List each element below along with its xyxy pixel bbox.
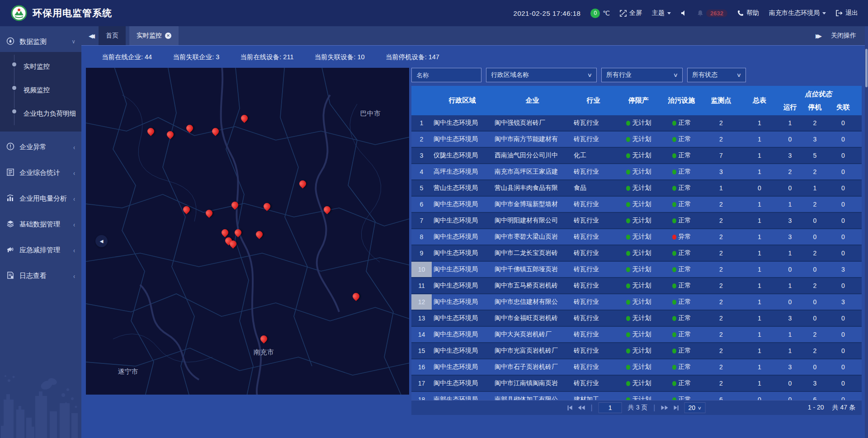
table-row[interactable]: 11阆中生态环境局阆中市五马桥页岩机砖砖瓦行业无计划正常21120 — [411, 278, 862, 294]
table-row[interactable]: 8阆中生态环境局阆中市枣碧大梁山页岩砖瓦行业无计划异常21300 — [411, 229, 862, 245]
col-disconnected: 失联 — [827, 99, 859, 115]
status-filter-select[interactable]: 所有状态 ∨ — [687, 68, 746, 82]
logout-button[interactable]: 退出 — [836, 9, 858, 17]
table-row[interactable]: 15阆中生态环境局阆中市光富页岩机砖厂砖瓦行业无计划正常21120 — [411, 343, 862, 359]
cell-running: 1 — [778, 327, 802, 342]
cell-industry: 建材加工 — [572, 392, 615, 400]
table-row[interactable]: 1阆中生态环境局阆中强锐页岩砖厂砖瓦行业无计划正常21120 — [411, 115, 862, 132]
sidebar-item-2[interactable]: 企业异常‹ — [0, 137, 81, 157]
status-dot-green-icon — [626, 235, 630, 240]
tabs-scroll-right-icon[interactable]: ▶▶ — [816, 33, 819, 39]
page-number-input[interactable] — [599, 402, 622, 413]
close-operations-button[interactable]: 关闭操作 — [831, 32, 856, 40]
sidebar-item-3[interactable]: 企业综合统计‹ — [0, 162, 81, 183]
table-row[interactable]: 18南部生态环境局南部县砌体加工有限公建材加工无计划正常60060 — [411, 392, 862, 400]
cell-facility-text: 正常 — [679, 379, 691, 387]
cell-stop-production: 无计划 — [615, 311, 662, 326]
first-page-button[interactable] — [568, 405, 572, 410]
cell-company-text: 阆中市二龙长宝页岩砖 — [495, 249, 558, 257]
region-filter-select[interactable]: 行政区域名称 ∨ — [486, 68, 597, 82]
window-scrollbar[interactable] — [865, 26, 868, 438]
cell-pollution-facility: 正常 — [662, 327, 701, 342]
log-view-icon — [6, 271, 14, 281]
cell-halted: 0 — [802, 262, 827, 277]
table-row[interactable]: 13阆中生态环境局阆中市金福旺页岩机砖砖瓦行业无计划正常21300 — [411, 311, 862, 327]
table-row[interactable]: 7阆中生态环境局阆中明阳建材有限公司砖瓦行业无计划正常21300 — [411, 213, 862, 229]
table-row[interactable]: 3仪陇生态环境局西南油气田分公司川中化工无计划正常71350 — [411, 148, 862, 164]
table-row[interactable]: 12阆中生态环境局阆中市忠信建材有限公砖瓦行业无计划正常21003 — [411, 294, 862, 311]
sidebar-item-7[interactable]: 日志查看‹ — [0, 265, 81, 286]
table-row[interactable]: 6阆中生态环境局阆中市金博瑞新型墙材砖瓦行业无计划正常21120 — [411, 197, 862, 213]
table-row[interactable]: 16阆中生态环境局阆中市石子页岩机砖厂砖瓦行业无计划正常21300 — [411, 359, 862, 376]
cell-company-text: 阆中市枣碧大梁山页岩 — [495, 233, 558, 241]
map-panel[interactable]: 巴中市南充市遂宁市 — [86, 68, 409, 395]
sidebar-item-6[interactable]: 应急减排管理‹ — [0, 240, 81, 260]
cell-monitor-points: 2 — [701, 213, 741, 228]
cell-region: 阆中生态环境局 — [432, 376, 493, 391]
help-label: 帮助 — [746, 9, 759, 17]
cell-industry-text: 砖瓦行业 — [574, 330, 599, 339]
notifications[interactable]: 2632 — [697, 9, 727, 17]
cell-halted: 2 — [802, 343, 827, 358]
help-button[interactable]: 帮助 — [737, 9, 759, 17]
table-row[interactable]: 14阆中生态环境局阆中大兴页岩机砖厂砖瓦行业无计划正常21120 — [411, 327, 862, 343]
tab-home[interactable]: 首页 — [99, 26, 126, 45]
cell-stop-text: 无计划 — [632, 151, 651, 160]
cell-disconnected: 0 — [827, 343, 859, 358]
map-collapse-button[interactable]: ◀ — [95, 235, 108, 247]
cell-region: 阆中生态环境局 — [432, 327, 493, 342]
cell-disconnected: 3 — [827, 262, 859, 277]
status-dot-green-icon — [672, 365, 676, 370]
table-row[interactable]: 10阆中生态环境局阆中千佛镇五郎垭页岩砖瓦行业无计划正常21003 — [411, 262, 862, 278]
name-filter-field[interactable] — [411, 68, 481, 82]
cell-company: 南部县砌体加工有限公 — [493, 392, 572, 400]
table-row[interactable]: 5营山生态环境局营山县润丰肉食品有限食品无计划正常10010 — [411, 180, 862, 197]
cell-row-number: 12 — [411, 294, 432, 310]
prev-page-button[interactable] — [578, 405, 585, 410]
sidebar-subitem-3[interactable]: 企业电力负荷明细 — [0, 102, 81, 125]
status-dot-green-icon — [672, 332, 676, 337]
table-row[interactable]: 17阆中生态环境局阆中市江南镇阆南页岩砖瓦行业无计划正常21030 — [411, 376, 862, 392]
power-analysis-icon — [6, 194, 14, 203]
stat-item-3: 当前在线设备: 211 — [240, 53, 293, 61]
cell-stop-text: 无计划 — [632, 184, 651, 192]
org-dropdown[interactable]: 南充市生态环境局 — [769, 9, 826, 17]
status-dot-green-icon — [672, 251, 676, 256]
tab-realtime-monitor[interactable]: 实时监控 ✕ — [129, 26, 179, 45]
table-row[interactable]: 2阆中生态环境局阆中市南方节能建材有砖瓦行业无计划正常21030 — [411, 132, 862, 148]
sidebar-item-1[interactable]: 数据监测˅ — [0, 31, 81, 52]
scrollbar-thumb[interactable] — [865, 49, 868, 87]
cell-halted: 3 — [802, 376, 827, 391]
sidebar-subitem-1[interactable]: 实时监控 — [0, 55, 81, 78]
name-search-input[interactable] — [416, 71, 476, 79]
cell-company-text: 阆中市金福旺页岩机砖 — [495, 314, 558, 322]
theme-dropdown[interactable]: 主题 — [652, 9, 671, 17]
sidebar-subitem-2[interactable]: 视频监控 — [0, 78, 81, 102]
col-total-meter: 总表 — [741, 86, 778, 115]
cell-stop-production: 无计划 — [615, 245, 662, 261]
status-dot-green-icon — [672, 283, 676, 288]
cell-pollution-facility: 正常 — [662, 164, 701, 179]
fullscreen-button[interactable]: 全屏 — [620, 9, 642, 17]
stat-item-4: 当前失联设备: 10 — [315, 53, 365, 61]
sidebar-item-5[interactable]: 基础数据管理‹ — [0, 214, 81, 235]
mute-button[interactable] — [681, 10, 687, 16]
page-size-select[interactable]: 20 ∨ — [684, 402, 705, 413]
cell-running: 1 — [778, 245, 802, 261]
col-industry: 行业 — [572, 86, 615, 115]
sidebar-item-4[interactable]: 企业用电量分析‹ — [0, 188, 81, 209]
last-page-button[interactable] — [674, 405, 678, 410]
sidebar-item-label: 企业综合统计 — [19, 169, 73, 177]
industry-filter-select[interactable]: 所有行业 ∨ — [601, 68, 683, 82]
cell-company: 阆中市南方节能建材有 — [493, 132, 572, 147]
close-icon[interactable]: ✕ — [165, 33, 171, 39]
status-dot-red-icon — [672, 235, 676, 240]
next-page-button[interactable] — [661, 405, 668, 410]
cell-running: 1 — [778, 197, 802, 212]
table-row[interactable]: 9阆中生态环境局阆中市二龙长宝页岩砖砖瓦行业无计划正常21120 — [411, 245, 862, 262]
tabs-scroll-left-icon[interactable]: ◀◀ — [81, 33, 99, 39]
cell-region-text: 阆中生态环境局 — [434, 330, 478, 339]
table-row[interactable]: 4高坪生态环境局南充市高坪区王家店建砖瓦行业无计划正常31220 — [411, 164, 862, 180]
cell-pollution-facility: 正常 — [662, 180, 701, 196]
cell-stop-text: 无计划 — [632, 249, 651, 257]
